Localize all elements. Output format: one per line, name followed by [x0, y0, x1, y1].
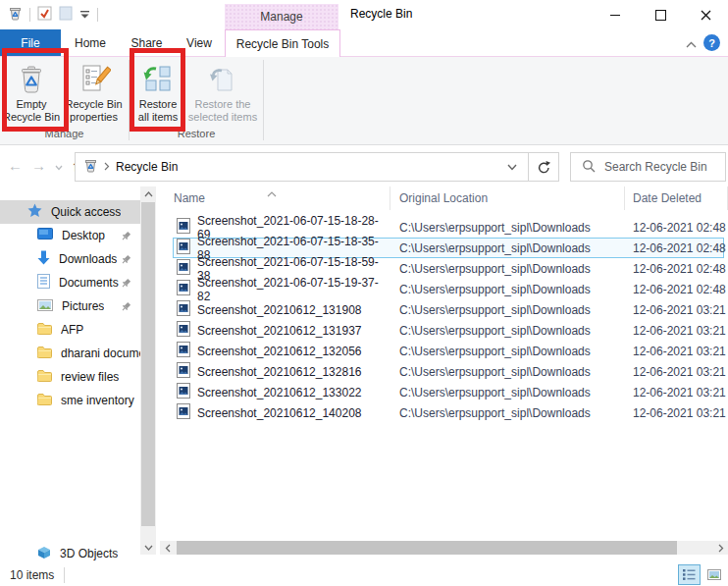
explorer-window: Manage Recycle Bin File Home Share View … [0, 0, 728, 586]
picture-icon [37, 299, 53, 314]
sidebar-item-label: review files [61, 370, 119, 384]
navigation-bar: ← → ↑ Recycle Bin [0, 145, 728, 188]
separator [29, 8, 30, 22]
scroll-right-icon[interactable] [713, 541, 728, 555]
minimize-ribbon-icon[interactable] [686, 37, 697, 51]
sidebar-item-documents[interactable]: Documents [0, 271, 140, 294]
group-label-manage: Manage [0, 128, 129, 144]
contextual-group-manage: Manage [225, 4, 338, 29]
scrollbar-thumb[interactable] [141, 202, 155, 526]
file-location: C:\Users\erpsupport_sipl\Downloads [390, 386, 625, 400]
separator [97, 8, 98, 22]
forward-button[interactable]: → [31, 157, 46, 174]
restore-all-items-button[interactable]: Restore all items [130, 59, 186, 124]
file-name: Screenshot_20210612_131908 [197, 303, 361, 317]
file-location: C:\Users\erpsupport_sipl\Downloads [390, 283, 625, 296]
status-bar: 10 items [0, 564, 728, 586]
close-icon [701, 10, 711, 21]
close-button[interactable] [683, 0, 728, 29]
sidebar-item-label: 3D Objects [60, 547, 118, 560]
sidebar-item-desktop[interactable]: Desktop [0, 224, 140, 247]
quick-access-toolbar [0, 6, 98, 24]
separator [64, 567, 65, 583]
customize-dropdown-icon[interactable] [79, 8, 90, 22]
sidebar-item-quick-access[interactable]: Quick access [0, 200, 140, 224]
folder-icon [37, 394, 52, 408]
maximize-button[interactable] [638, 0, 683, 29]
help-button[interactable]: ? [703, 34, 720, 51]
title-bar: Manage Recycle Bin [0, 0, 728, 29]
sidebar-scrollbar[interactable] [140, 186, 156, 541]
tab-recycle-bin-tools[interactable]: Recycle Bin Tools [225, 29, 340, 57]
file-row[interactable]: Screenshot_20210612_132816 C:\Users\erps… [157, 361, 728, 382]
sidebar-item-3d-objects[interactable]: 3D Objects [0, 543, 140, 564]
address-dropdown-icon[interactable] [496, 153, 528, 181]
ribbon-group-restore: Restore all items Restore the selected i… [130, 57, 263, 144]
file-row[interactable]: Screenshot_20210612_131908 C:\Users\erps… [157, 299, 728, 320]
sidebar-item-label: AFP [61, 323, 83, 337]
column-header-original-location[interactable]: Original Location [390, 186, 625, 210]
file-row[interactable]: Screenshot_20210612_131937 C:\Users\erps… [157, 320, 728, 341]
file-date-deleted: 12-06-2021 02:48 [625, 241, 728, 255]
column-headers: Name Original Location Date Deleted [157, 186, 728, 210]
file-date-deleted: 12-06-2021 02:48 [625, 262, 728, 276]
sidebar-item-afp[interactable]: AFP [0, 318, 140, 342]
search-box[interactable]: Search Recycle Bin [570, 152, 726, 182]
tab-share[interactable]: Share [120, 29, 174, 56]
scroll-down-icon[interactable] [140, 541, 156, 555]
file-row[interactable]: Screenshot_20210612_132056 C:\Users\erps… [157, 341, 728, 361]
sidebar-item-dharani-docume[interactable]: dharani docume [0, 342, 140, 365]
file-location: C:\Users\erpsupport_sipl\Downloads [390, 221, 625, 235]
desktop-icon [37, 228, 53, 243]
minimize-button[interactable] [593, 0, 638, 29]
recycle-bin-icon [83, 158, 98, 176]
file-name: Screenshot_20210612_132816 [197, 365, 361, 379]
scroll-up-icon[interactable] [140, 186, 156, 201]
tab-home[interactable]: Home [61, 29, 120, 56]
sidebar-item-pictures[interactable]: Pictures [0, 294, 140, 318]
sort-ascending-icon [267, 186, 277, 200]
column-header-date-deleted[interactable]: Date Deleted [625, 186, 728, 210]
checkmark-icon[interactable] [37, 6, 52, 24]
restore-selected-items-button[interactable]: Restore the selected items [186, 59, 259, 124]
file-date-deleted: 12-06-2021 03:21 [625, 345, 728, 358]
file-row[interactable]: Screenshot_2021-06-07-15-19-37-82 C:\Use… [157, 279, 728, 299]
sidebar-item-downloads[interactable]: Downloads [0, 247, 140, 271]
sidebar-item-review-files[interactable]: review files [0, 365, 140, 389]
pin-icon [121, 254, 131, 268]
search-icon [582, 159, 596, 176]
empty-recycle-bin-button[interactable]: Empty Recycle Bin [0, 59, 63, 124]
file-location: C:\Users\erpsupport_sipl\Downloads [390, 303, 625, 317]
page-icon[interactable] [59, 6, 73, 24]
image-file-icon [177, 280, 190, 298]
recycle-bin-properties-button[interactable]: Recycle Bin properties [63, 59, 125, 124]
recent-locations-icon[interactable] [55, 157, 63, 174]
button-label: Empty [16, 98, 46, 111]
thumbnail-view-button[interactable] [702, 564, 725, 585]
scrollbar-thumb[interactable] [177, 541, 677, 555]
file-location: C:\Users\erpsupport_sipl\Downloads [390, 241, 625, 255]
refresh-icon[interactable] [528, 153, 558, 181]
back-button[interactable]: ← [8, 157, 23, 174]
file-location: C:\Users\erpsupport_sipl\Downloads [390, 324, 625, 338]
image-file-icon [177, 383, 190, 401]
file-row[interactable]: Screenshot_20210612_140208 C:\Users\erps… [157, 402, 728, 423]
star-icon [27, 203, 42, 221]
address-bar[interactable]: Recycle Bin [75, 152, 559, 182]
file-date-deleted: 12-06-2021 03:21 [625, 324, 728, 338]
group-separator [263, 60, 264, 140]
button-label: Recycle Bin [3, 111, 60, 124]
file-row[interactable]: Screenshot_20210612_133022 C:\Users\erps… [157, 382, 728, 402]
tab-file[interactable]: File [0, 29, 61, 56]
document-icon [37, 274, 50, 292]
details-view-button[interactable] [678, 564, 701, 585]
file-date-deleted: 12-06-2021 03:21 [625, 386, 728, 400]
sidebar: Quick access Desktop Downloads [0, 186, 140, 541]
scroll-left-icon[interactable] [160, 541, 175, 555]
tab-view[interactable]: View [174, 29, 225, 56]
restore-selected-items-icon [206, 62, 239, 95]
sidebar-item-sme-inventory[interactable]: sme inventory [0, 389, 140, 412]
horizontal-scrollbar[interactable] [160, 541, 728, 555]
file-location: C:\Users\erpsupport_sipl\Downloads [390, 365, 625, 379]
pin-icon [121, 278, 131, 292]
